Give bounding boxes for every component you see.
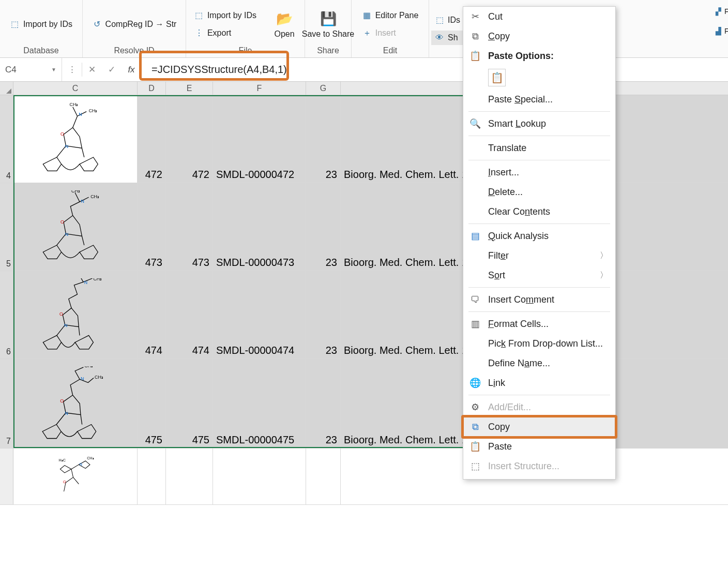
svg-marker-15 — [75, 335, 93, 349]
cell-d[interactable]: 474 — [138, 271, 166, 359]
import-by-ids-button[interactable]: ⬚ Import by IDs — [7, 17, 75, 32]
formula-options-button[interactable]: ⋮ — [62, 58, 82, 81]
blank-icon — [469, 167, 481, 178]
row-number[interactable]: 6 — [0, 271, 13, 359]
col-head-c[interactable]: C — [13, 82, 138, 95]
cancel-formula-button[interactable]: ✕ — [82, 58, 102, 81]
structure-cell[interactable]: CH₃ CH₃ O N N — [13, 183, 138, 271]
cm-delete[interactable]: Delete... — [463, 182, 615, 202]
cell-e[interactable]: 473 — [166, 183, 213, 271]
cell-f[interactable]: SMDL-00000472 — [213, 95, 306, 183]
structure-cell[interactable]: CH₃ CH₃ O N N — [13, 359, 138, 448]
row-number[interactable]: 4 — [0, 95, 13, 183]
cell-d[interactable]: 472 — [138, 95, 166, 183]
svg-text:N: N — [65, 232, 68, 237]
cell-e[interactable]: 475 — [166, 359, 213, 448]
file-import-button[interactable]: ⬚ Import by IDs — [191, 8, 260, 23]
eye-icon: 👁 — [434, 33, 445, 43]
svg-text:CH₃: CH₃ — [71, 190, 80, 193]
cm-link[interactable]: 🌐 Link — [463, 373, 615, 393]
blank-icon — [469, 94, 481, 105]
cm-insert-comment[interactable]: 🗨 Insert Comment — [463, 290, 615, 309]
col-head-f[interactable]: F — [213, 82, 306, 95]
svg-text:N: N — [64, 322, 67, 327]
format-icon: ▥ — [469, 318, 481, 330]
cm-pick-from-list[interactable]: Pick From Drop-down List... — [463, 334, 615, 353]
cm-clear-contents[interactable]: Clear Contents — [463, 202, 615, 221]
from-button-2[interactable]: ▟Fro — [712, 24, 727, 38]
cell-e[interactable]: 472 — [166, 95, 213, 183]
select-all-corner[interactable] — [0, 82, 13, 95]
cell-f[interactable] — [213, 449, 306, 504]
analysis-icon: ▤ — [469, 230, 481, 242]
cm-quick-analysis[interactable]: ▤ Quick Analysis — [463, 226, 615, 246]
blank-icon — [469, 270, 481, 281]
row-number[interactable]: 7 — [0, 359, 13, 448]
cell-f[interactable]: SMDL-00000474 — [213, 271, 306, 359]
blank-icon — [469, 206, 481, 217]
save-to-share-button[interactable]: 💾 Save to Share — [297, 8, 359, 41]
cell-d[interactable]: 473 — [138, 183, 166, 271]
ids-icon: ⬚ — [434, 15, 445, 25]
molecule-icon: CH₃ CH₃ O N N — [22, 102, 128, 175]
show-button[interactable]: 👁 Sh — [431, 31, 463, 45]
cm-format-cells[interactable]: ▥ Format Cells... — [463, 314, 615, 334]
svg-marker-22 — [78, 425, 96, 439]
cm-cut[interactable]: ✂ Cut — [463, 7, 615, 26]
cell-g[interactable] — [306, 449, 341, 504]
cell-d[interactable] — [138, 449, 166, 504]
cell-g[interactable]: 23 — [306, 183, 341, 271]
separator — [468, 311, 610, 312]
cell-d[interactable]: 475 — [138, 359, 166, 448]
paste-default-button[interactable]: 📋 — [488, 69, 506, 86]
cm-copy[interactable]: ⧉ Copy — [463, 26, 615, 46]
paste-icon: 📋 — [469, 441, 481, 452]
molecule-icon: CH₃ CH₃ O N N — [22, 366, 128, 441]
structure-cell[interactable]: CH₃ CH₃ O N N — [13, 271, 138, 359]
cell-g[interactable]: 23 — [306, 271, 341, 359]
ribbon-group-database: ⬚ Import by IDs Database — [0, 0, 83, 57]
svg-text:CH₃: CH₃ — [70, 102, 79, 107]
open-button[interactable]: 📂 Open — [269, 8, 300, 41]
svg-marker-8 — [80, 245, 98, 259]
ribbon-group-resolve-id: ↺ CompReg ID → Str Resolve ID — [83, 0, 186, 57]
from-button-1[interactable]: ▞Fro — [712, 4, 727, 19]
cm-sort[interactable]: Sort 〉 — [463, 265, 615, 285]
cell-g[interactable]: 23 — [306, 359, 341, 448]
row-number[interactable]: 5 — [0, 183, 13, 271]
editor-pane-button[interactable]: ▦ Editor Pane — [359, 8, 422, 23]
col-head-e[interactable]: E — [166, 82, 213, 95]
col-head-g[interactable]: G — [306, 82, 341, 95]
cm-filter[interactable]: Filter 〉 — [463, 246, 615, 265]
cell-f[interactable]: SMDL-00000475 — [213, 359, 306, 448]
cell-e[interactable]: 474 — [166, 271, 213, 359]
cm-copy-structure[interactable]: ⧉ Copy — [463, 417, 615, 437]
cm-translate[interactable]: Translate — [463, 138, 615, 158]
separator — [468, 287, 610, 288]
cm-paste-structure[interactable]: 📋 Paste — [463, 437, 615, 456]
ribbon-group-label: Share — [317, 46, 339, 56]
cm-smart-lookup[interactable]: 🔍 Smart Lookup — [463, 114, 615, 133]
cell-e[interactable] — [166, 449, 213, 504]
compreg-id-label: CompReg ID → Str — [105, 20, 177, 29]
cm-insert[interactable]: Insert... — [463, 162, 615, 182]
ribbon: ⬚ Import by IDs Database ↺ CompReg ID → … — [0, 0, 728, 58]
export-button[interactable]: ⋮ Export — [191, 26, 260, 40]
compreg-id-button[interactable]: ↺ CompReg ID → Str — [89, 17, 180, 32]
structure-cell[interactable]: H₃C CH₃ O N — [13, 449, 138, 504]
name-box[interactable]: C4 ▼ — [0, 58, 62, 81]
cm-define-name[interactable]: Define Name... — [463, 353, 615, 373]
cm-paste-options-header: 📋 Paste Options: — [463, 46, 615, 66]
row-number[interactable] — [0, 449, 13, 504]
structure-cell[interactable]: CH₃ CH₃ O N N — [13, 95, 138, 183]
cm-paste-special[interactable]: Paste Special... — [463, 89, 615, 109]
table-row: 5 CH₃ CH₃ O N N — [0, 183, 728, 271]
col-head-d[interactable]: D — [138, 82, 166, 95]
formula-input[interactable]: =JCIDSYSStructure(A4,B4,1) — [141, 58, 728, 81]
cell-g[interactable]: 23 — [306, 95, 341, 183]
ids-button[interactable]: ⬚ IDs — [431, 13, 463, 27]
cell-f[interactable]: SMDL-00000473 — [213, 183, 306, 271]
clipboard-icon: 📋 — [469, 50, 481, 62]
fx-button[interactable]: fx — [122, 58, 141, 81]
accept-formula-button[interactable]: ✓ — [102, 58, 122, 81]
